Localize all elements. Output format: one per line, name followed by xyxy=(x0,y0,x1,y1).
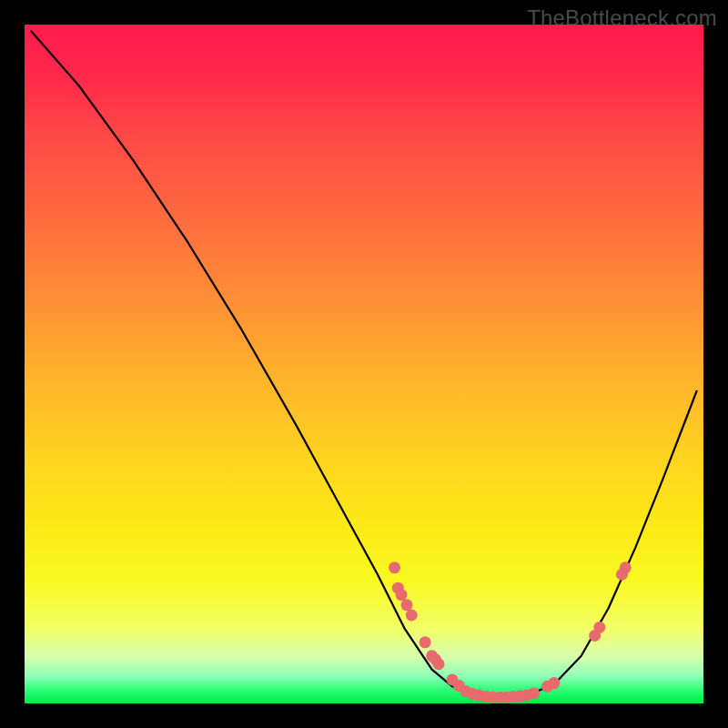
data-marker xyxy=(389,561,400,573)
data-marker xyxy=(433,658,445,670)
chart-container: TheBottleneck.com xyxy=(0,0,728,728)
bottleneck-curve xyxy=(31,31,696,697)
data-marker xyxy=(406,610,418,622)
data-marker xyxy=(528,687,540,699)
data-marker xyxy=(620,561,632,573)
data-marker xyxy=(396,589,408,601)
chart-svg xyxy=(0,0,728,728)
data-marker xyxy=(401,599,413,611)
data-marker xyxy=(593,622,605,633)
data-marker xyxy=(548,677,560,689)
data-markers xyxy=(389,561,632,703)
data-marker xyxy=(420,636,431,648)
